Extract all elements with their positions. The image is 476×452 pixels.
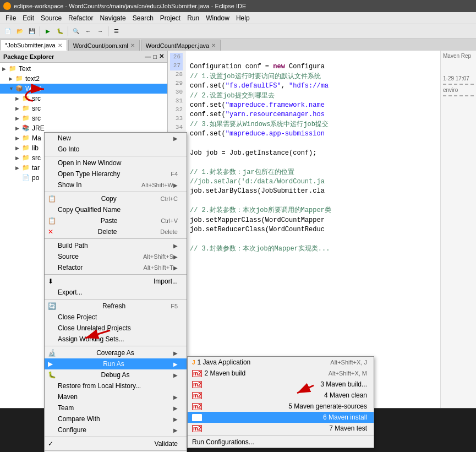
toolbar-new-btn[interactable]: 📄 bbox=[2, 26, 13, 37]
title-bar: eclipse-workspace - WordCount/src/main/j… bbox=[0, 0, 476, 12]
menu-edit[interactable]: Edit bbox=[19, 13, 37, 23]
toolbar-search-btn[interactable]: 🔍 bbox=[70, 26, 81, 37]
toolbar-sep-1 bbox=[40, 26, 40, 36]
toolbar-fwd-btn[interactable]: → bbox=[95, 26, 106, 37]
toolbar-open-btn[interactable]: 📂 bbox=[14, 26, 25, 37]
tree-item-src3[interactable]: ▶ 📁 src bbox=[0, 113, 167, 123]
cm-restore-history[interactable]: Restore from Local History... bbox=[45, 380, 187, 391]
cm-export[interactable]: Export... bbox=[45, 287, 187, 298]
cm-show-in-label: Show In bbox=[58, 181, 81, 189]
cm-copy[interactable]: 📋 Copy Ctrl+C bbox=[45, 193, 187, 204]
menu-search[interactable]: Search bbox=[129, 13, 157, 23]
cm-source-arrow: ▶ bbox=[173, 254, 178, 260]
menu-help[interactable]: Help bbox=[233, 13, 253, 23]
cm-sep-8 bbox=[45, 450, 187, 451]
folder-icon-text2: 📁 bbox=[15, 75, 24, 83]
cm-compare-with[interactable]: Compare With ▶ bbox=[45, 413, 187, 424]
check-icon: ✓ bbox=[48, 440, 53, 448]
sm-maven-test[interactable]: m2 7 Maven test bbox=[188, 423, 374, 434]
tree-item-src2[interactable]: ▶ 📁 src bbox=[0, 104, 167, 113]
sm-maven-install[interactable]: m2 6 Maven install bbox=[188, 412, 374, 423]
cm-import[interactable]: ⬇ Import... bbox=[45, 276, 187, 287]
cm-delete[interactable]: ✕ Delete Delete bbox=[45, 226, 187, 237]
cm-team[interactable]: Team ▶ bbox=[45, 402, 187, 413]
pe-close-btn[interactable]: ✕ bbox=[159, 53, 164, 60]
cm-sep-7 bbox=[45, 437, 187, 437]
cm-copy-qualified[interactable]: Copy Qualified Name bbox=[45, 204, 187, 215]
toolbar-run-btn[interactable]: ▶ bbox=[42, 26, 53, 37]
toolbar-perspective-btn[interactable]: ☰ bbox=[111, 26, 122, 37]
cm-run-as[interactable]: ▶ Run As ▶ bbox=[45, 358, 187, 369]
cm-debug-as[interactable]: 🐛 Debug As ▶ bbox=[45, 369, 187, 380]
toolbar-back-btn[interactable]: ← bbox=[83, 26, 94, 37]
cm-close-project[interactable]: Close Project bbox=[45, 312, 187, 323]
folder-icon-lib: 📁 bbox=[22, 144, 31, 152]
tree-arrow-src3: ▶ bbox=[15, 116, 22, 121]
line-num-31: 31 bbox=[170, 97, 183, 106]
cm-build-path[interactable]: Build Path ▶ bbox=[45, 240, 187, 251]
menu-project[interactable]: Project bbox=[157, 13, 184, 23]
menu-window[interactable]: Window bbox=[203, 13, 233, 23]
cm-refactor[interactable]: Refactor Alt+Shift+T ▶ bbox=[45, 262, 187, 273]
cm-refresh-label: Refresh bbox=[102, 302, 125, 310]
sm-maven-build[interactable]: m2 2 Maven build Alt+Shift+X, M bbox=[188, 368, 374, 379]
cm-configure-label: Configure bbox=[58, 426, 86, 434]
cm-refresh[interactable]: 🔄 Refresh F5 bbox=[45, 301, 187, 312]
tree-item-text2[interactable]: ▶ 📁 text2 bbox=[0, 74, 167, 84]
cm-assign-working-sets[interactable]: Assign Working Sets... bbox=[45, 334, 187, 345]
pe-minimize-btn[interactable]: — bbox=[145, 53, 151, 60]
cm-new[interactable]: New ▶ bbox=[45, 133, 187, 144]
cm-run-as-label: Run As bbox=[103, 360, 124, 368]
tree-label-lib: lib bbox=[32, 144, 39, 152]
cm-coverage-as[interactable]: 🔬 Coverage As ▶ bbox=[45, 347, 187, 358]
line-num-32: 32 bbox=[170, 106, 183, 115]
cm-open-type-hierarchy[interactable]: Open Type Hierarchy F4 bbox=[45, 168, 187, 179]
menu-file[interactable]: File bbox=[2, 13, 19, 23]
cm-configure[interactable]: Configure ▶ bbox=[45, 424, 187, 435]
cm-paste-shortcut: Ctrl+V bbox=[161, 217, 178, 224]
tab-wordcountmapper[interactable]: WordCountMapper.java ✕ bbox=[141, 40, 221, 51]
tree-item-text[interactable]: ▶ 📁 Text bbox=[0, 64, 167, 74]
pe-max-btn[interactable]: □ bbox=[153, 53, 157, 60]
sm-maven-generate-sources[interactable]: m2 5 Maven generate-sources bbox=[188, 401, 374, 412]
cm-compare-with-label: Compare With bbox=[58, 415, 100, 423]
sm-maven-clean[interactable]: m2 4 Maven clean bbox=[188, 390, 374, 401]
menu-source[interactable]: Source bbox=[37, 13, 65, 23]
toolbar-save-btn[interactable]: 💾 bbox=[26, 26, 37, 37]
tree-label-word: Word bbox=[25, 85, 41, 92]
sm-maven-build-dots[interactable]: m2 3 Maven build... bbox=[188, 379, 374, 390]
cm-sep-5 bbox=[45, 299, 187, 299]
cm-show-in[interactable]: Show In Alt+Shift+W ▶ bbox=[45, 179, 187, 190]
tab-wordcountmapper-close[interactable]: ✕ bbox=[211, 42, 216, 48]
paste-icon: 📋 bbox=[48, 217, 56, 225]
cm-maven[interactable]: Maven ▶ bbox=[45, 391, 187, 402]
cm-validate[interactable]: ✓ Validate bbox=[45, 438, 187, 449]
tree-label-src3: src bbox=[32, 115, 41, 122]
sm-run-configurations[interactable]: Run Configurations... bbox=[188, 437, 374, 448]
cm-paste[interactable]: 📋 Paste Ctrl+V bbox=[45, 215, 187, 226]
cm-copy-qualified-label: Copy Qualified Name bbox=[58, 206, 121, 214]
menu-navigate[interactable]: Navigate bbox=[96, 13, 129, 23]
tree-item-word[interactable]: ▼ 📦 Word bbox=[0, 84, 167, 94]
cm-team-arrow: ▶ bbox=[173, 405, 178, 411]
tab-jobsubmitter-close[interactable]: ✕ bbox=[58, 42, 62, 48]
line-num-34: 34 bbox=[170, 123, 183, 132]
tree-item-src1[interactable]: ▶ 📁 src bbox=[0, 94, 167, 104]
cm-open-new-window[interactable]: Open in New Window bbox=[45, 157, 187, 168]
tab-pomxml[interactable]: WordCount/pom.xml ✕ bbox=[68, 40, 140, 51]
cm-close-unrelated[interactable]: Close Unrelated Projects bbox=[45, 323, 187, 334]
cm-sep-1 bbox=[45, 156, 187, 156]
sm-java-application[interactable]: J 1 Java Application Alt+Shift+X, J bbox=[188, 357, 374, 368]
menu-refactor[interactable]: Refactor bbox=[65, 13, 96, 23]
line-num-30: 30 bbox=[170, 88, 183, 97]
folder-icon-src3: 📁 bbox=[22, 115, 31, 122]
cm-source[interactable]: Source Alt+Shift+S ▶ bbox=[45, 251, 187, 262]
cm-paste-label: Paste bbox=[101, 217, 118, 225]
cm-refactor-label: Refactor bbox=[58, 264, 83, 271]
tab-jobsubmitter[interactable]: *JobSubmitter.java ✕ bbox=[0, 40, 67, 51]
tab-pomxml-close[interactable]: ✕ bbox=[130, 42, 135, 48]
tree-label-jre: JRE bbox=[32, 124, 45, 132]
menu-run[interactable]: Run bbox=[184, 13, 203, 23]
cm-go-into[interactable]: Go Into bbox=[45, 144, 187, 155]
toolbar-debug-btn[interactable]: 🐛 bbox=[54, 26, 65, 37]
